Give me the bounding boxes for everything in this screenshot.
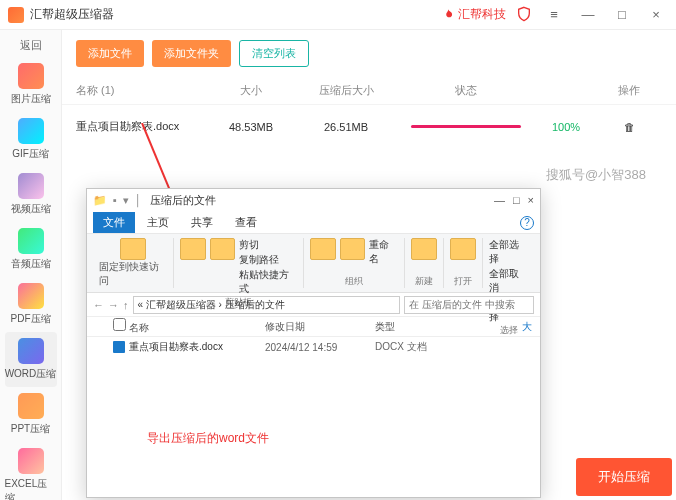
explorer-window: 📁▪▾│ 压缩后的文件 —□× 文件 主页 共享 查看 ? 固定到快速访问 剪切… [86,188,541,498]
ex-max-button[interactable]: □ [513,194,520,206]
watermark: 搜狐号@小智388 [546,166,646,184]
nav-up-icon[interactable]: ↑ [123,299,129,311]
ex-close-button[interactable]: × [528,194,534,206]
file-name: 重点项目勘察表.docx [76,119,206,134]
nav-back-icon[interactable]: ← [93,299,104,311]
image-icon [18,63,44,89]
progress-bar [411,125,521,128]
add-file-button[interactable]: 添加文件 [76,40,144,67]
col-op: 操作 [596,83,662,98]
properties-icon[interactable] [450,238,476,260]
move-icon[interactable] [310,238,335,260]
select-all-checkbox[interactable] [113,318,126,331]
add-folder-button[interactable]: 添加文件夹 [152,40,231,67]
titlebar: 汇帮超级压缩器 汇帮科技 ≡ — □ × [0,0,676,30]
ppt-icon [18,393,44,419]
back-button[interactable]: 返回 [20,34,42,57]
table-header: 名称 (1) 大小 压缩后大小 状态 操作 [62,77,676,105]
close-button[interactable]: × [644,7,668,22]
search-input[interactable] [404,296,534,314]
sidebar: 返回 图片压缩 GIF压缩 视频压缩 音频压缩 PDF压缩 WORD压缩 PPT… [0,30,62,500]
excel-icon [18,448,44,474]
sidebar-item-word[interactable]: WORD压缩 [5,332,57,387]
flame-icon [441,8,455,22]
tab-view[interactable]: 查看 [225,212,267,233]
col-status: 状态 [396,83,536,98]
explorer-pathbar: ← → ↑ « 汇帮超级压缩器 › 压缩后的文件 [87,293,540,317]
explorer-row[interactable]: 重点项目勘察表.docx 2024/4/12 14:59 DOCX 文档 [87,337,540,357]
explorer-titlebar: 📁▪▾│ 压缩后的文件 —□× [87,189,540,211]
col-name: 名称 (1) [76,83,206,98]
ex-min-button[interactable]: — [494,194,505,206]
sidebar-item-image[interactable]: 图片压缩 [5,57,57,112]
annotation-text: 导出压缩后的word文件 [147,430,269,447]
paste-icon[interactable] [210,238,235,260]
table-row: 重点项目勘察表.docx 48.53MB 26.51MB 100% 🗑 [62,105,676,148]
tab-file[interactable]: 文件 [93,212,135,233]
shield-icon[interactable] [516,6,532,24]
sidebar-item-video[interactable]: 视频压缩 [5,167,57,222]
status-percent: 100% [536,121,596,133]
explorer-columns: 名称 修改日期 类型 大 [87,317,540,337]
delete-icon[interactable] [340,238,365,260]
help-icon[interactable]: ? [520,216,534,230]
delete-icon[interactable]: 🗑 [624,121,635,133]
col-after: 压缩后大小 [296,83,396,98]
tab-home[interactable]: 主页 [137,212,179,233]
app-title: 汇帮超级压缩器 [30,6,441,23]
explorer-title: 压缩后的文件 [150,193,494,208]
content: 添加文件 添加文件夹 清空列表 名称 (1) 大小 压缩后大小 状态 操作 重点… [62,30,676,500]
new-folder-icon[interactable] [411,238,437,260]
docx-icon [113,341,125,353]
toolbar: 添加文件 添加文件夹 清空列表 [62,30,676,77]
app-logo-icon [8,7,24,23]
audio-icon [18,228,44,254]
file-size: 48.53MB [206,121,296,133]
sidebar-item-audio[interactable]: 音频压缩 [5,222,57,277]
video-icon [18,173,44,199]
pin-icon[interactable] [120,238,146,260]
nav-fwd-icon[interactable]: → [108,299,119,311]
word-icon [18,338,44,364]
explorer-tabs: 文件 主页 共享 查看 ? [87,211,540,233]
folder-icon: 📁 [93,194,107,207]
clear-list-button[interactable]: 清空列表 [239,40,309,67]
pdf-icon [18,283,44,309]
minimize-button[interactable]: — [576,7,600,22]
tab-share[interactable]: 共享 [181,212,223,233]
maximize-button[interactable]: □ [610,7,634,22]
sidebar-item-excel[interactable]: EXCEL压缩 [5,442,57,500]
explorer-ribbon: 固定到快速访问 剪切复制路径粘贴快捷方式 剪贴板 重命名 组织 新建 打开 全部… [87,233,540,293]
file-after-size: 26.51MB [296,121,396,133]
menu-button[interactable]: ≡ [542,7,566,22]
gif-icon [18,118,44,144]
copy-icon[interactable] [180,238,205,260]
sidebar-item-ppt[interactable]: PPT压缩 [5,387,57,442]
brand-link[interactable]: 汇帮科技 [441,6,506,23]
start-compress-button[interactable]: 开始压缩 [576,458,672,496]
sidebar-item-gif[interactable]: GIF压缩 [5,112,57,167]
breadcrumb[interactable]: « 汇帮超级压缩器 › 压缩后的文件 [133,296,401,314]
col-size: 大小 [206,83,296,98]
sidebar-item-pdf[interactable]: PDF压缩 [5,277,57,332]
